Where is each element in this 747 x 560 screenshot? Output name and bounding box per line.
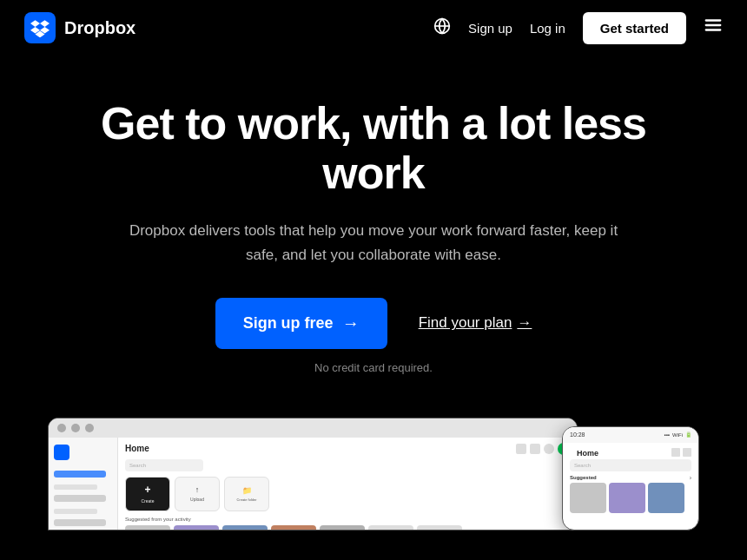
mockup-create-folder-label: Create folder <box>236 497 256 502</box>
mobile-suggested-label: Suggested <box>570 475 597 480</box>
thumb-4 <box>271 525 316 530</box>
hero-title: Get to work, with a lot less work <box>69 99 678 198</box>
mockup-icon-list <box>530 444 540 454</box>
globe-icon[interactable] <box>433 17 451 38</box>
mobile-thumbnails <box>563 483 698 513</box>
thumb-1 <box>125 525 170 530</box>
mobile-suggested-row: Suggested › <box>563 475 698 481</box>
signup-free-label: Sign up free <box>243 314 334 333</box>
login-nav-button[interactable]: Log in <box>530 21 565 36</box>
mobile-search-bar: Search <box>570 459 691 471</box>
desktop-mockup: Home Search + Create <box>48 418 578 530</box>
mobile-mockup: 10:28 ▪▪▪ WiFi 🔋 Home Search Suggested › <box>562 426 699 530</box>
mockup-body: Home Search + Create <box>49 438 577 530</box>
mobile-thumb-2 <box>609 483 645 513</box>
navbar: Dropbox Sign up Log in Get started <box>0 0 747 56</box>
dropbox-logo[interactable] <box>24 12 56 43</box>
app-preview: Home Search + Create <box>48 418 699 530</box>
mockup-create-folder-btn: 📁 Create folder <box>224 477 269 511</box>
mobile-icon-1 <box>671 448 680 457</box>
hero-subtitle: Dropbox delivers tools that help you mov… <box>122 219 625 266</box>
mobile-search-text: Search <box>574 463 591 468</box>
mobile-status-icons: ▪▪▪ WiFi 🔋 <box>664 432 691 438</box>
mobile-home-title: Home <box>570 445 605 459</box>
mockup-titlebar <box>49 418 577 438</box>
mockup-thumbnails <box>125 525 570 530</box>
mobile-battery-icon: 🔋 <box>685 432 691 438</box>
mockup-main-content: Home Search + Create <box>118 438 577 530</box>
mobile-thumb-1 <box>570 483 606 513</box>
mockup-create-label: Create <box>141 498 154 504</box>
hero-actions: Sign up free → Find your plan → <box>69 298 678 349</box>
sidebar-label-1 <box>54 484 97 490</box>
mockup-action-buttons: + Create ↑ Upload 📁 Create folder <box>125 477 570 511</box>
no-credit-card-text: No credit card required. <box>69 361 678 374</box>
find-plan-label: Find your plan <box>419 314 512 332</box>
signup-free-button[interactable]: Sign up free → <box>215 298 387 349</box>
mobile-status-bar: 10:28 ▪▪▪ WiFi 🔋 <box>563 427 698 443</box>
mockup-icon-bell <box>544 444 554 454</box>
mockup-search-bar: Search <box>125 459 203 471</box>
mobile-top-icons <box>671 448 691 457</box>
thumb-7 <box>417 525 462 530</box>
mobile-home-row: Home <box>563 443 698 459</box>
thumb-6 <box>368 525 413 530</box>
navbar-right: Sign up Log in Get started <box>433 12 723 44</box>
mockup-icon-grid <box>516 444 526 454</box>
sidebar-item-mock-1 <box>54 471 106 478</box>
sidebar-dropbox-logo <box>54 445 69 460</box>
mobile-signal-icon: ▪▪▪ <box>664 432 670 438</box>
mobile-thumb-3 <box>648 483 684 513</box>
dot-red <box>57 424 66 432</box>
signup-nav-button[interactable]: Sign up <box>468 21 512 36</box>
mockup-search-text: Search <box>129 463 146 468</box>
mockup-suggested-label: Suggested from your activity <box>125 517 570 522</box>
signup-arrow-icon: → <box>342 313 360 333</box>
sidebar-label-2 <box>54 509 97 514</box>
sidebar-item-mock-2 <box>54 495 106 502</box>
thumb-3 <box>222 525 268 530</box>
find-plan-arrow-icon: → <box>517 314 532 332</box>
get-started-button[interactable]: Get started <box>583 12 686 44</box>
thumb-5 <box>320 525 365 530</box>
thumb-2 <box>174 525 219 530</box>
mockup-sidebar <box>49 438 118 530</box>
mobile-suggested-arrow: › <box>690 475 691 481</box>
navbar-left: Dropbox <box>24 12 136 43</box>
find-plan-button[interactable]: Find your plan → <box>419 314 532 332</box>
brand-name: Dropbox <box>64 18 136 38</box>
hamburger-icon[interactable] <box>704 16 723 40</box>
hero-section: Get to work, with a lot less work Dropbo… <box>0 56 747 400</box>
mobile-wifi-icon: WiFi <box>672 432 683 438</box>
mobile-icon-2 <box>683 448 691 457</box>
dot-yellow <box>71 424 80 432</box>
mobile-time: 10:28 <box>570 432 585 438</box>
dot-green <box>85 424 94 432</box>
mockup-upload-label: Upload <box>190 497 204 502</box>
mockup-create-btn: + Create <box>125 477 170 511</box>
mockup-home-title: Home <box>125 444 149 453</box>
sidebar-item-mock-3 <box>54 519 106 526</box>
mockup-upload-btn: ↑ Upload <box>175 477 220 511</box>
